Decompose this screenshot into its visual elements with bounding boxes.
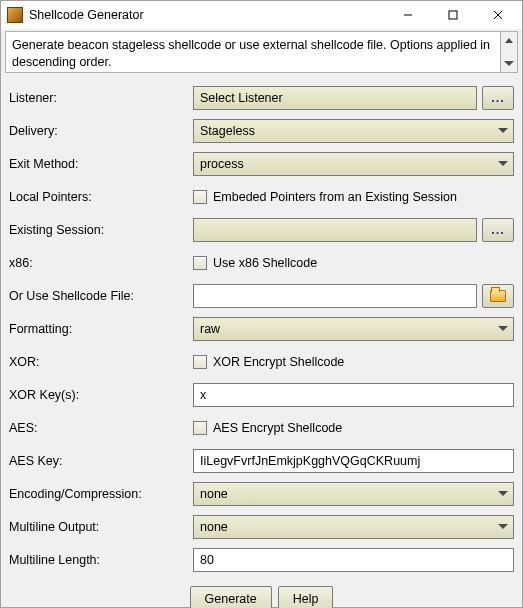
description-area: Generate beacon stageless shellcode or u… bbox=[1, 29, 522, 75]
existing-session-display bbox=[193, 218, 477, 242]
generate-button-label: Generate bbox=[205, 592, 257, 606]
help-button-label: Help bbox=[293, 592, 319, 606]
delivery-label: Delivery: bbox=[9, 124, 193, 138]
maximize-button[interactable] bbox=[430, 1, 475, 29]
scroll-down-icon[interactable] bbox=[503, 57, 516, 70]
x86-checkbox-label: Use x86 Shellcode bbox=[213, 256, 317, 270]
chevron-down-icon bbox=[493, 483, 513, 505]
aes-label: AES: bbox=[9, 421, 193, 435]
aes-key-input[interactable] bbox=[193, 449, 514, 473]
app-icon bbox=[7, 7, 23, 23]
existing-session-browse-button[interactable]: ... bbox=[482, 218, 514, 242]
listener-value: Select Listener bbox=[200, 91, 283, 105]
delivery-value: Stageless bbox=[200, 124, 255, 138]
exit-method-label: Exit Method: bbox=[9, 157, 193, 171]
checkbox-icon bbox=[193, 355, 207, 369]
formatting-select[interactable]: raw bbox=[193, 317, 514, 341]
checkbox-icon bbox=[193, 190, 207, 204]
encoding-select[interactable]: none bbox=[193, 482, 514, 506]
aes-key-field[interactable] bbox=[200, 454, 507, 468]
delivery-select[interactable]: Stageless bbox=[193, 119, 514, 143]
description-scrollbar[interactable] bbox=[501, 31, 518, 73]
multiline-length-input[interactable] bbox=[193, 548, 514, 572]
listener-label: Listener: bbox=[9, 91, 193, 105]
xor-label: XOR: bbox=[9, 355, 193, 369]
aes-checkbox-label: AES Encrypt Shellcode bbox=[213, 421, 342, 435]
aes-key-label: AES Key: bbox=[9, 454, 193, 468]
aes-checkbox[interactable]: AES Encrypt Shellcode bbox=[193, 421, 342, 435]
checkbox-icon bbox=[193, 421, 207, 435]
app-window: Shellcode Generator Generate beacon stag… bbox=[0, 0, 523, 608]
shellcode-file-browse-button[interactable] bbox=[482, 284, 514, 308]
listener-display: Select Listener bbox=[193, 86, 477, 110]
chevron-down-icon bbox=[493, 516, 513, 538]
generate-button[interactable]: Generate bbox=[190, 586, 272, 608]
multiline-output-select[interactable]: none bbox=[193, 515, 514, 539]
chevron-down-icon bbox=[493, 318, 513, 340]
exit-method-select[interactable]: process bbox=[193, 152, 514, 176]
action-bar: Generate Help bbox=[1, 576, 522, 608]
title-bar[interactable]: Shellcode Generator bbox=[1, 1, 522, 29]
close-button[interactable] bbox=[475, 1, 520, 29]
multiline-output-value: none bbox=[200, 520, 228, 534]
x86-label: x86: bbox=[9, 256, 193, 270]
exit-method-value: process bbox=[200, 157, 244, 171]
encoding-value: none bbox=[200, 487, 228, 501]
xor-checkbox-label: XOR Encrypt Shellcode bbox=[213, 355, 344, 369]
checkbox-icon bbox=[193, 256, 207, 270]
chevron-down-icon bbox=[493, 153, 513, 175]
listener-browse-button[interactable]: ... bbox=[482, 86, 514, 110]
multiline-length-label: Multiline Length: bbox=[9, 553, 193, 567]
svg-rect-1 bbox=[449, 11, 457, 19]
xor-keys-input[interactable] bbox=[193, 383, 514, 407]
local-pointers-checkbox-label: Embeded Pointers from an Existing Sessio… bbox=[213, 190, 457, 204]
shellcode-file-label: Or Use Shellcode File: bbox=[9, 289, 193, 303]
local-pointers-checkbox[interactable]: Embeded Pointers from an Existing Sessio… bbox=[193, 190, 457, 204]
encoding-label: Encoding/Compression: bbox=[9, 487, 193, 501]
folder-icon bbox=[490, 290, 506, 302]
shellcode-file-input[interactable] bbox=[193, 284, 477, 308]
description-text: Generate beacon stageless shellcode or u… bbox=[5, 31, 501, 73]
xor-keys-field[interactable] bbox=[200, 388, 507, 402]
help-button[interactable]: Help bbox=[278, 586, 334, 608]
multiline-length-field[interactable] bbox=[200, 553, 507, 567]
x86-checkbox[interactable]: Use x86 Shellcode bbox=[193, 256, 317, 270]
multiline-output-label: Multiline Output: bbox=[9, 520, 193, 534]
shellcode-file-field[interactable] bbox=[200, 289, 470, 303]
formatting-value: raw bbox=[200, 322, 220, 336]
ellipsis-icon: ... bbox=[491, 95, 504, 101]
xor-checkbox[interactable]: XOR Encrypt Shellcode bbox=[193, 355, 344, 369]
chevron-down-icon bbox=[493, 120, 513, 142]
ellipsis-icon: ... bbox=[491, 227, 504, 233]
existing-session-label: Existing Session: bbox=[9, 223, 193, 237]
scroll-up-icon[interactable] bbox=[503, 34, 516, 47]
local-pointers-label: Local Pointers: bbox=[9, 190, 193, 204]
xor-keys-label: XOR Key(s): bbox=[9, 388, 193, 402]
form-area: Listener: Select Listener ... Delivery: … bbox=[1, 75, 522, 576]
window-title: Shellcode Generator bbox=[29, 8, 385, 22]
minimize-button[interactable] bbox=[385, 1, 430, 29]
formatting-label: Formatting: bbox=[9, 322, 193, 336]
